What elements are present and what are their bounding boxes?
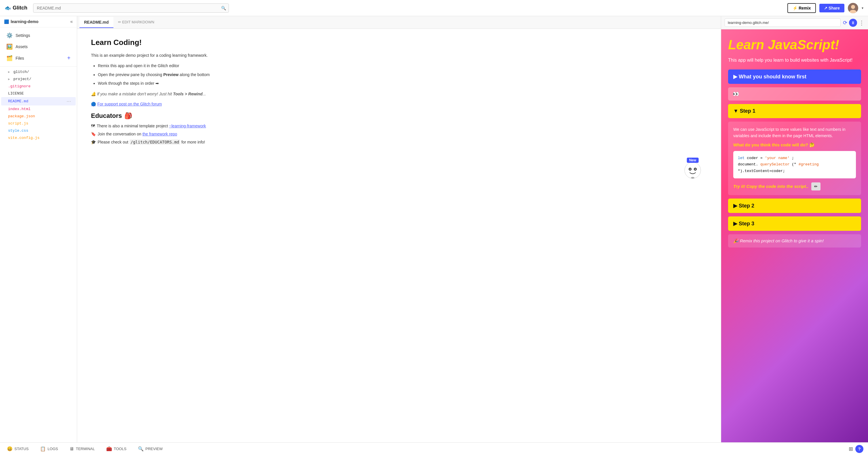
new-badge: New	[687, 158, 699, 163]
sidebar-item-assets-label: Assets	[16, 45, 28, 49]
support-link-text: For support post on the Glitch forum	[97, 102, 162, 106]
tools-label: TOOLS	[114, 447, 126, 451]
sidebar-item-files-label: Files	[16, 56, 24, 60]
file-item-vite-config[interactable]: vite.config.js	[1, 134, 76, 141]
preview-content: Learn JavaScript! This app will help you…	[721, 29, 868, 442]
preview-pane: ⟳ ⏸ ⋮ Learn JavaScript! This app will he…	[721, 16, 868, 442]
remix-button[interactable]: ⚡ Remix	[787, 3, 816, 13]
educators-title: Educators 🎒	[91, 112, 707, 120]
bullet-3: Work through the steps in order ➡	[98, 80, 707, 86]
editor-intro: This is an example demo project for a co…	[91, 52, 707, 58]
tab-edit-markdown[interactable]: ✏ EDIT MARKDOWN	[114, 17, 159, 28]
preview-icon: 🔍	[138, 446, 144, 452]
add-file-button[interactable]: +	[67, 55, 70, 61]
file-item-project[interactable]: ▶ project/	[1, 76, 76, 83]
files-icon: 🗂️	[6, 55, 13, 61]
bot-icon	[684, 162, 701, 179]
educators-item-1: 🗺 There is also a minimal template proje…	[91, 124, 707, 128]
file-item-license[interactable]: LICENSE	[1, 90, 76, 97]
step1-header[interactable]: ▼ Step 1	[728, 104, 861, 118]
file-item-index-html[interactable]: index.html	[1, 106, 76, 113]
search-icon: 🔍	[221, 6, 226, 10]
grid-button[interactable]: ⊞	[849, 446, 853, 452]
framework-repo-link[interactable]: the framework repo	[143, 132, 177, 136]
file-item-glitch[interactable]: ▶ glitch/	[1, 68, 76, 76]
preview-bar: ⟳ ⏸ ⋮	[721, 16, 868, 29]
editor-area: README.md ✏ EDIT MARKDOWN Learn Coding! …	[77, 16, 721, 442]
sidebar-nav: ⚙️ Settings 🖼️ Assets 🗂️ Files +	[0, 27, 77, 66]
preview-title: Learn JavaScript!	[728, 37, 861, 52]
bottombar: 😀 STATUS 📋 LOGS 🖥 TERMINAL 🧰 TOOLS 🔍 PRE…	[0, 442, 868, 455]
share-button[interactable]: ↗ Share	[819, 4, 844, 12]
code-line-1: let coder = 'your name' ;	[738, 155, 851, 161]
preview-actions: ⟳ ⏸ ⋮	[843, 19, 865, 27]
know-first-header[interactable]: ▶ What you should know first	[728, 69, 861, 84]
sidebar-item-files[interactable]: 🗂️ Files +	[2, 52, 75, 64]
svg-point-6	[689, 169, 691, 170]
logo[interactable]: 🐟 Glitch	[5, 5, 27, 11]
step1-code: let coder = 'your name' ; document. quer…	[733, 151, 856, 178]
more-options-button[interactable]: ⋮	[859, 19, 865, 26]
pencil-button[interactable]: ✏	[811, 182, 820, 191]
file-item-gitignore[interactable]: .gitignore	[1, 83, 76, 90]
avatar[interactable]	[848, 3, 858, 13]
sidebar-item-settings[interactable]: ⚙️ Settings	[2, 30, 75, 41]
file-item-readme[interactable]: README.md ⋯	[1, 97, 76, 106]
file-item-style-css[interactable]: style.css	[1, 127, 76, 134]
svg-point-8	[691, 177, 694, 179]
sidebar-header: 🟦 learning-demo «	[0, 16, 77, 27]
eyes-box: 👀	[728, 87, 861, 101]
search-input[interactable]	[33, 3, 229, 13]
svg-point-3	[685, 162, 701, 178]
sidebar-collapse-button[interactable]: «	[70, 19, 73, 24]
logs-icon: 📋	[40, 446, 46, 452]
main-layout: 🟦 learning-demo « ⚙️ Settings 🖼️ Assets …	[0, 16, 868, 442]
search-bar: 🔍	[33, 3, 229, 13]
support-link[interactable]: 🔵 For support post on the Glitch forum	[91, 102, 707, 106]
try-it: Try it! Copy the code into the script.. …	[733, 182, 856, 191]
avatar-caret-icon[interactable]: ▾	[862, 6, 863, 10]
support-icon: 🔵	[91, 102, 96, 106]
assets-icon: 🖼️	[6, 44, 13, 50]
file-options-icon[interactable]: ⋯	[66, 98, 71, 104]
file-item-package-json[interactable]: package.json	[1, 113, 76, 120]
file-item-script-js[interactable]: script.js	[1, 120, 76, 127]
preview-label: PREVIEW	[145, 447, 163, 451]
step3-header[interactable]: ▶ Step 3	[728, 217, 861, 231]
sidebar-item-assets[interactable]: 🖼️ Assets	[2, 41, 75, 52]
preview-url-input[interactable]	[725, 19, 841, 27]
learning-framework-link[interactable]: ~learning-framework	[169, 124, 206, 128]
terminal-label: TERMINAL	[76, 447, 95, 451]
remix-footer: 🎉 Remix this project on Glitch to give i…	[728, 234, 861, 248]
bottombar-item-tools[interactable]: 🧰 TOOLS	[104, 445, 129, 453]
sidebar: 🟦 learning-demo « ⚙️ Settings 🖼️ Assets …	[0, 16, 77, 442]
status-icon: 😀	[7, 446, 13, 452]
help-button[interactable]: ?	[855, 445, 863, 453]
bottombar-item-logs[interactable]: 📋 LOGS	[38, 445, 60, 453]
bot-assistant[interactable]: New	[684, 162, 701, 179]
bottombar-item-status[interactable]: 😀 STATUS	[5, 445, 31, 453]
tools-icon: 🧰	[106, 446, 112, 452]
svg-point-1	[851, 5, 855, 9]
pause-button[interactable]: ⏸	[849, 19, 857, 27]
status-label: STATUS	[14, 447, 29, 451]
step2-header[interactable]: ▶ Step 2	[728, 199, 861, 213]
bottombar-item-preview[interactable]: 🔍 PREVIEW	[135, 445, 165, 453]
topbar: 🐟 Glitch 🔍 ⚡ Remix ↗ Share ▾	[0, 0, 868, 16]
sidebar-item-settings-label: Settings	[16, 33, 30, 38]
bullet-1: Remix this app and open it in the Glitch…	[98, 62, 707, 69]
step1-text: We can use JavaScript to store values li…	[733, 126, 856, 139]
tab-readme[interactable]: README.md	[80, 17, 114, 28]
settings-icon: ⚙️	[6, 32, 13, 38]
logo-text: Glitch	[13, 5, 27, 11]
bottombar-item-terminal[interactable]: 🖥 TERMINAL	[67, 445, 97, 453]
preview-inner: Learn JavaScript! This app will help you…	[721, 29, 868, 256]
files-section: ▶ glitch/ ▶ project/ .gitignore LICENSE …	[0, 66, 77, 442]
editor-note: 🔔 If you make a mistake don't worry! Jus…	[91, 91, 707, 97]
step1-question: What do you think this code will do? 🤔	[733, 142, 856, 147]
editor-title: Learn Coding!	[91, 38, 707, 47]
logo-fish-icon: 🐟	[5, 5, 11, 11]
bullet-2: Open the preview pane by choosing Previe…	[98, 72, 707, 78]
refresh-button[interactable]: ⟳	[843, 20, 847, 26]
educators-item-3: 🎓 Please check out /glitch/EDUCATORS.md …	[91, 140, 707, 144]
